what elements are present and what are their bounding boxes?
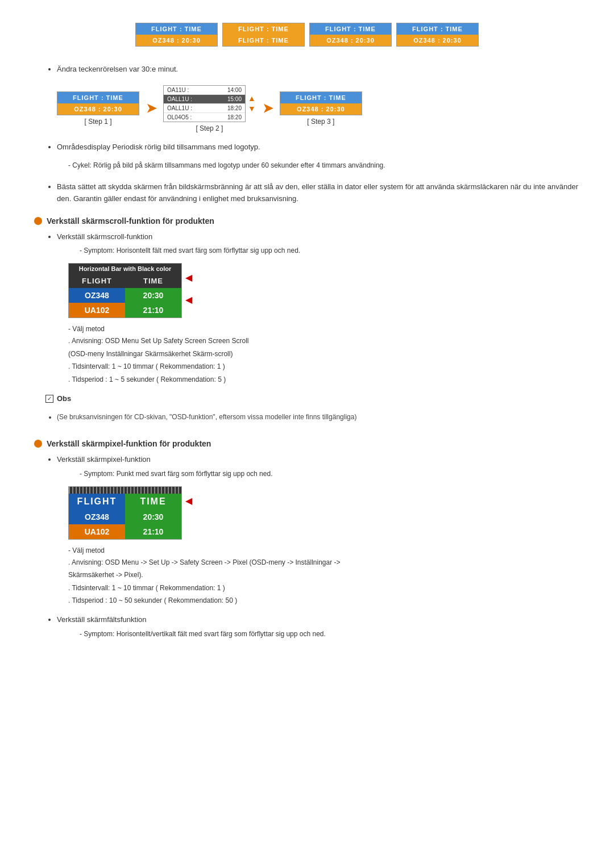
menu-item-3-right: 18:20 [227, 105, 242, 111]
hbar-r1-left: FLIGHT [69, 274, 125, 288]
menu-item-4: OL04O5 : 18:20 [164, 113, 245, 122]
pixel-methods: . Anvisning: OSD Menu -> Set Up -> Safet… [68, 557, 580, 607]
section2-title: Verkställ skärmpixel-funktion för produk… [47, 439, 211, 448]
display-box-3-top: FLIGHT : TIME [310, 23, 391, 35]
hbar-display-wrapper: Horizontal Bar with Black color FLIGHT T… [68, 263, 182, 318]
pixel-display-wrapper: FLIGHT TIME OZ348 20:30 UA102 21:10 [68, 486, 182, 540]
step-3-label: [ Step 3 ] [280, 118, 362, 126]
pixel-r3-right: 21:10 [125, 524, 181, 539]
pixel-arrows: ◀ ◀ [185, 486, 192, 528]
top-display-boxes: FLIGHT : TIME OZ348 : 20:30 FLIGHT : TIM… [34, 23, 580, 47]
pixel-bullet-list: Verkställ skärmpixel-funktion [57, 454, 580, 465]
arrow-1: ➤ [146, 101, 156, 116]
display-box-2-top: FLIGHT : TIME [223, 23, 304, 35]
hbar-r2-right: 20:30 [125, 288, 181, 303]
arrow-2: ➤ [263, 101, 273, 116]
obs-note-list: (Se bruksanvisningen för CD-skivan, "OSD… [57, 412, 580, 422]
pixel-r1-left: FLIGHT [69, 494, 125, 510]
scroll-bullet-list: Verkställ skärmscroll-funktion [57, 231, 580, 243]
pixel-symptom: - Symptom: Punkt med svart färg som förf… [80, 469, 580, 479]
pixel-r3-left: UA102 [69, 524, 125, 539]
step-2-box: OA11U : 14:00 OALL1U : 15:00 OALL1U : 18… [163, 85, 256, 132]
step-3-top: FLIGHT : TIME [280, 92, 362, 103]
display-box-1: FLIGHT : TIME OZ348 : 20:30 [135, 23, 218, 47]
obs-label: Obs [57, 394, 71, 403]
scroll-method-1: . Anvisning: OSD Menu Set Up Safety Scre… [68, 335, 580, 347]
pixel-display: FLIGHT TIME OZ348 20:30 UA102 21:10 [68, 486, 182, 540]
obs-section: ✓ Obs [45, 394, 580, 403]
step-3-box: FLIGHT : TIME OZ348 : 20:30 [ Step 3 ] [280, 91, 362, 126]
bullet-item-2a: Områdesdisplay Periodisk rörlig bild til… [57, 141, 580, 153]
menu-item-3-left: OALL1U : [167, 105, 192, 111]
step-3-display: FLIGHT : TIME OZ348 : 20:30 [280, 91, 362, 115]
hbar-r1-right: TIME [125, 274, 181, 288]
menu-item-4-left: OL04O5 : [167, 114, 192, 120]
menu-item-2: OALL1U : 15:00 [164, 95, 245, 104]
screenfield-symptom: - Symptom: Horisontellt/vertikalt fält m… [80, 629, 580, 640]
step-2-menu: OA11U : 14:00 OALL1U : 15:00 OALL1U : 18… [163, 85, 246, 122]
bullet-section-2: Områdesdisplay Periodisk rörlig bild til… [45, 141, 580, 153]
hbar-row-2: OZ348 20:30 [69, 288, 181, 303]
section2-dot [34, 440, 42, 448]
scroll-bullet-item: Verkställ skärmscroll-funktion [57, 231, 580, 243]
screenfield-bullet-item: Verkställ skärmfältsfunktion [57, 614, 580, 625]
bullet-item-1: Ändra teckenrörelsen var 30:e minut. [57, 64, 580, 75]
hbar-container: Horizontal Bar with Black color FLIGHT T… [68, 263, 580, 318]
menu-item-2-left: OALL1U : [167, 96, 192, 102]
section1-dot [34, 217, 42, 225]
display-box-2: FLIGHT : TIME FLIGHT : TIME [222, 23, 305, 47]
pixel-choose-method: - Välj metod [68, 546, 580, 554]
screenfield-bullet-list: Verkställ skärmfältsfunktion [57, 614, 580, 625]
step-2-with-arrows: OA11U : 14:00 OALL1U : 15:00 OALL1U : 18… [163, 85, 256, 122]
section2-header: Verkställ skärmpixel-funktion för produk… [34, 439, 580, 448]
pixel-bullet-item: Verkställ skärmpixel-funktion [57, 454, 580, 465]
pixel-method-1: . Anvisning: OSD Menu -> Set Up -> Safet… [68, 557, 580, 568]
display-box-4-top: FLIGHT : TIME [397, 23, 478, 35]
pixel-row-1: FLIGHT TIME [69, 494, 181, 510]
pixel-method-4: . Tidsperiod : 10 ~ 50 sekunder ( Rekomm… [68, 595, 580, 606]
scroll-method-2: (OSD-meny Inställningar Skärmsäkerhet Sk… [68, 348, 580, 360]
pixel-row-2: OZ348 20:30 [69, 510, 181, 524]
pixel-method-2: Skärmsäkerhet -> Pixel). [68, 569, 580, 581]
pixel-r1-right: TIME [125, 494, 181, 510]
display-box-3-bottom: OZ348 : 20:30 [310, 35, 391, 46]
step-3-bottom: OZ348 : 20:30 [280, 103, 362, 115]
menu-item-1-right: 14:00 [227, 87, 242, 93]
section1-header: Verkställ skärmscroll-funktion för produ… [34, 216, 580, 226]
step-1-top: FLIGHT : TIME [57, 92, 139, 103]
arrow-up: ▲ [248, 94, 256, 103]
display-box-1-bottom: OZ348 : 20:30 [136, 35, 217, 46]
scroll-choose-method: - Välj metod [68, 325, 580, 333]
hbar-display: Horizontal Bar with Black color FLIGHT T… [68, 263, 182, 318]
menu-item-2-right: 15:00 [227, 96, 242, 102]
display-box-4: FLIGHT : TIME OZ348 : 20:30 [396, 23, 479, 47]
pixel-r2-left: OZ348 [69, 510, 125, 524]
menu-item-1: OA11U : 14:00 [164, 86, 245, 95]
step-1-label: [ Step 1 ] [57, 118, 139, 126]
display-box-4-bottom: OZ348 : 20:30 [397, 35, 478, 46]
section1-title: Verkställ skärmscroll-funktion för produ… [47, 216, 214, 226]
pixel-top-row [69, 487, 181, 494]
pixel-arrow-up: ◀ [185, 495, 192, 506]
step-diagram: FLIGHT : TIME OZ348 : 20:30 [ Step 1 ] ➤… [57, 85, 580, 132]
hbar-title: Horizontal Bar with Black color [69, 264, 181, 274]
pixel-method-3: . Tidsintervall: 1 ~ 10 timmar ( Rekomme… [68, 582, 580, 594]
menu-item-3: OALL1U : 18:20 [164, 104, 245, 113]
arrow-down: ▼ [248, 104, 256, 113]
step-1-box: FLIGHT : TIME OZ348 : 20:30 [ Step 1 ] [57, 91, 139, 126]
hbar-arrow-down: ◀ [185, 294, 192, 305]
pixel-r2-right: 20:30 [125, 510, 181, 524]
display-box-3: FLIGHT : TIME OZ348 : 20:30 [309, 23, 392, 47]
step-1-display: FLIGHT : TIME OZ348 : 20:30 [57, 91, 139, 115]
menu-item-4-right: 18:20 [227, 114, 242, 120]
hbar-arrows: ◀ ◀ [185, 263, 192, 305]
hbar-r2-left: OZ348 [69, 288, 125, 303]
bullet-section-1: Ändra teckenrörelsen var 30:e minut. [45, 64, 580, 75]
menu-item-1-left: OA11U : [167, 87, 189, 93]
step-2-label: [ Step 2 ] [163, 124, 256, 132]
bullet-2b-text: - Cykel: Rörlig på bild på skärm tillsam… [68, 160, 580, 171]
hbar-row-3: UA102 21:10 [69, 303, 181, 318]
display-box-1-top: FLIGHT : TIME [136, 23, 217, 35]
bullet-section-3: Bästa sättet att skydda skärmen från bil… [45, 181, 580, 205]
display-box-2-bottom: FLIGHT : TIME [223, 35, 304, 46]
